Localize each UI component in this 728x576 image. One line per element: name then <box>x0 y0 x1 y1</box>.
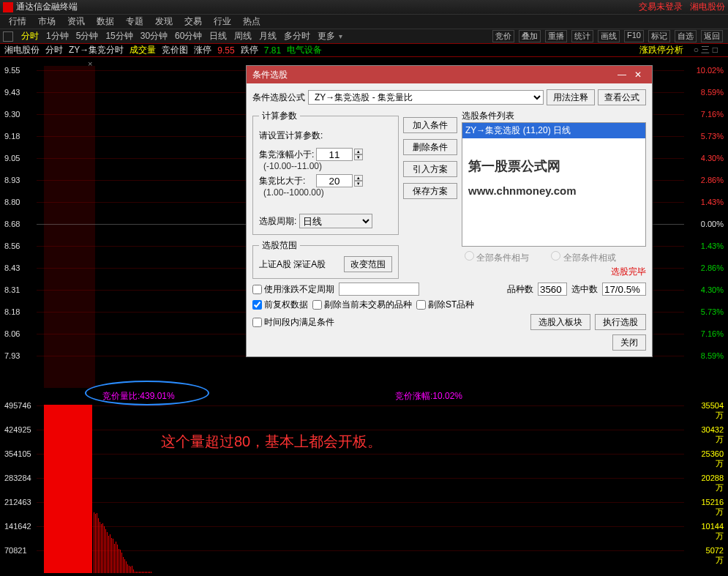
tool-btn[interactable]: 返回 <box>701 30 723 42</box>
tf-item[interactable]: 周线 <box>234 30 252 42</box>
tf-item[interactable]: 分时 <box>21 30 39 42</box>
info-sector: 电气设备 <box>287 44 322 56</box>
indicator-box-icon[interactable] <box>3 31 13 42</box>
tf-item[interactable]: 1分钟 <box>46 30 69 42</box>
import-plan-button[interactable]: 引入方案 <box>403 161 457 177</box>
tf-item[interactable]: 日线 <box>209 30 227 42</box>
info-vol: 成交量 <box>130 44 156 56</box>
period-label: 选股周期: <box>259 215 296 228</box>
info-indicator: ZY→集竞分时 <box>69 44 124 56</box>
delete-condition-button[interactable]: 删除条件 <box>403 139 457 155</box>
dialog-title: 条件选股 <box>252 69 288 81</box>
tool-btn[interactable]: 自选 <box>675 30 697 42</box>
cb-exclude-st[interactable]: 剔除ST品种 <box>416 299 474 311</box>
condlist-label: 选股条件列表 <box>462 110 646 122</box>
titlebar: 通达信金融终端 交易未登录 湘电股份 <box>0 0 728 15</box>
tf-item[interactable]: 月线 <box>259 30 277 42</box>
menu-item[interactable]: 数据 <box>97 15 114 28</box>
radio-or[interactable]: 全部条件相或 <box>551 251 615 264</box>
info-stock: 湘电股份 <box>4 44 40 56</box>
spin-down-icon[interactable]: ▾ <box>354 181 363 187</box>
hit-label: 选中数 <box>571 283 598 296</box>
spin-up-icon[interactable]: ▴ <box>354 149 363 154</box>
chevron-down-icon[interactable]: ▾ <box>339 32 342 40</box>
tool-btn[interactable]: 标记 <box>648 30 670 42</box>
formula-select[interactable]: ZY→集竞选股 - 集竞量比 <box>308 90 544 105</box>
info-up: 涨停 <box>194 44 211 56</box>
layout-icons[interactable]: ○ 三 □ <box>694 44 718 56</box>
menu-item[interactable]: 交易 <box>184 15 202 28</box>
run-filter-button[interactable]: 执行选股 <box>595 314 646 330</box>
tf-item[interactable]: 60分钟 <box>175 30 202 42</box>
p1-range: (-10.00--11.00) <box>263 161 322 171</box>
period-input[interactable] <box>339 283 419 296</box>
condition-list[interactable]: ZY→集竞选股 (11,20) 日线 <box>462 122 646 247</box>
tool-btn[interactable]: 叠加 <box>519 30 541 42</box>
tf-item[interactable]: 多分时 <box>284 30 310 42</box>
view-formula-button[interactable]: 查看公式 <box>598 89 646 105</box>
params-note: 请设置计算参数: <box>259 130 392 142</box>
tool-btn[interactable]: 画线 <box>598 30 620 42</box>
timeframe-bar: 分时 1分钟 5分钟 15分钟 30分钟 60分钟 日线 周线 月线 多分时 更… <box>0 29 728 44</box>
stock-filter-dialog: 条件选股 — ✕ 条件选股公式 ZY→集竞选股 - 集竞量比 用法注释 查看公式… <box>246 65 653 357</box>
menu-item[interactable]: 专题 <box>126 15 143 28</box>
radio-and[interactable]: 全部条件相与 <box>465 251 529 264</box>
count-value <box>538 283 567 296</box>
count-label: 品种数 <box>507 283 533 296</box>
p2-input[interactable] <box>316 174 353 187</box>
tool-btn[interactable]: F10 <box>624 30 644 42</box>
login-status[interactable]: 交易未登录 <box>639 1 683 13</box>
info-downv: 7.81 <box>264 45 281 56</box>
close-icon[interactable]: ✕ <box>630 70 646 80</box>
period-select[interactable]: 日线 <box>299 214 372 228</box>
options-area: 使用涨跌不定周期 品种数 选中数 前复权数据 剔除当前未交易的品种 剔除ST品种… <box>252 283 646 351</box>
change-scope-button[interactable]: 改变范围 <box>344 256 392 272</box>
app-logo-icon <box>3 2 13 12</box>
tool-btn[interactable]: 重播 <box>545 30 567 42</box>
info-bidchart: 竞价图 <box>162 44 188 56</box>
spin-down-icon[interactable]: ▾ <box>354 154 363 160</box>
save-plan-button[interactable]: 保存方案 <box>403 183 457 199</box>
params-legend: 计算参数 <box>259 110 300 122</box>
tf-item[interactable]: 30分钟 <box>140 30 168 42</box>
app-title: 通达信金融终端 <box>16 1 78 13</box>
cb-exclude-notrade[interactable]: 剔除当前未交易的品种 <box>312 299 412 311</box>
add-to-block-button[interactable]: 选股入板块 <box>530 314 590 330</box>
title-stock[interactable]: 湘电股份 <box>690 1 725 13</box>
minimize-icon[interactable]: — <box>614 70 630 80</box>
menu-item[interactable]: 资讯 <box>67 15 85 28</box>
tf-item[interactable]: 5分钟 <box>76 30 99 42</box>
info-mode: 分时 <box>45 44 63 56</box>
info-upv: 9.55 <box>217 45 234 56</box>
params-fieldset: 计算参数 请设置计算参数: 集竞涨幅小于: ▴▾ (-10.00--11.00)… <box>252 110 399 235</box>
menu-item[interactable]: 发现 <box>155 15 173 28</box>
formula-label: 条件选股公式 <box>252 91 305 104</box>
scope-text: 上证A股 深证A股 <box>259 258 326 271</box>
volume-bars <box>44 401 688 573</box>
tf-item[interactable]: 更多 <box>318 30 335 42</box>
cb-timerange[interactable]: 时间段内满足条件 <box>252 316 334 329</box>
dialog-titlebar[interactable]: 条件选股 — ✕ <box>247 66 652 83</box>
menu-item[interactable]: 行业 <box>214 15 231 28</box>
cb-fuquan[interactable]: 前复权数据 <box>252 299 308 311</box>
add-condition-button[interactable]: 加入条件 <box>403 117 457 133</box>
condition-item[interactable]: ZY→集竞选股 (11,20) 日线 <box>462 123 645 138</box>
menu-item[interactable]: 热点 <box>243 15 260 28</box>
p1-input[interactable] <box>316 148 353 161</box>
close-button[interactable]: 关闭 <box>612 334 646 351</box>
usage-button[interactable]: 用法注释 <box>547 89 595 105</box>
info-bar: 湘电股份 分时 ZY→集竞分时 成交量 竞价图 涨停 9.55 跌停 7.81 … <box>0 44 728 57</box>
hit-value <box>602 283 646 296</box>
menu-item[interactable]: 市场 <box>38 15 56 28</box>
cb-period[interactable]: 使用涨跌不定周期 <box>252 283 334 296</box>
tool-btn[interactable]: 统计 <box>571 30 593 42</box>
spin-up-icon[interactable]: ▴ <box>354 175 363 181</box>
p2-range: (1.00--1000.00) <box>263 187 324 198</box>
tool-btn[interactable]: 竞价 <box>492 30 514 42</box>
scope-legend: 选股范围 <box>259 239 300 252</box>
analysis-link[interactable]: 涨跌停分析 <box>639 44 683 56</box>
menu-item[interactable]: 行情 <box>9 15 26 28</box>
tf-item[interactable]: 15分钟 <box>105 30 132 42</box>
toolbar-right: 竞价 叠加 重播 统计 画线 F10 标记 自选 返回 <box>490 30 725 42</box>
p2-label: 集竞比大于: <box>259 175 316 187</box>
